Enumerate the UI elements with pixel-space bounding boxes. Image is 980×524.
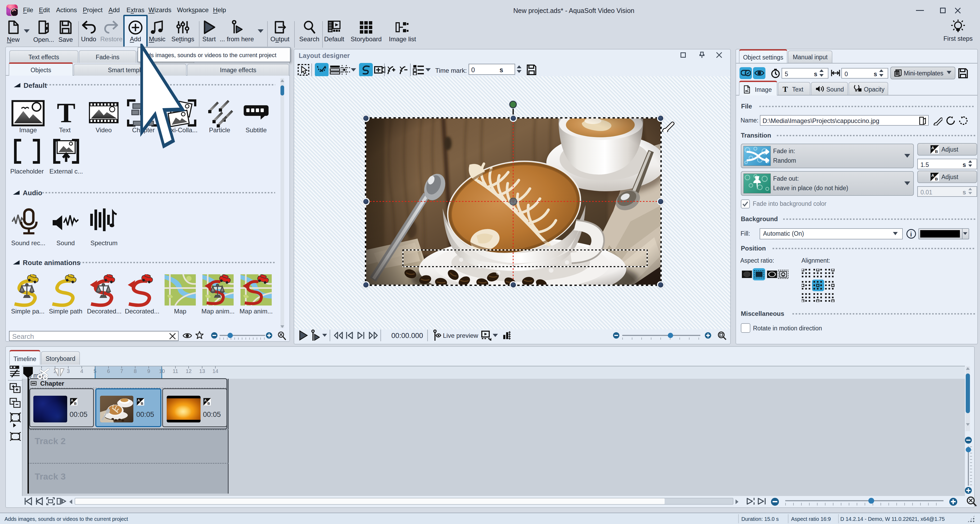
svg-text:B: B (141, 402, 143, 405)
svg-text:B: B (207, 402, 210, 405)
svg-text:B: B (935, 149, 938, 154)
svg-text:B: B (935, 177, 938, 181)
svg-text:B: B (74, 402, 77, 405)
svg-text:A: A (71, 399, 73, 402)
svg-text:A: A (931, 173, 934, 178)
svg-text:A: A (204, 399, 207, 402)
svg-text:A: A (931, 146, 934, 150)
svg-text:A: A (138, 399, 140, 402)
